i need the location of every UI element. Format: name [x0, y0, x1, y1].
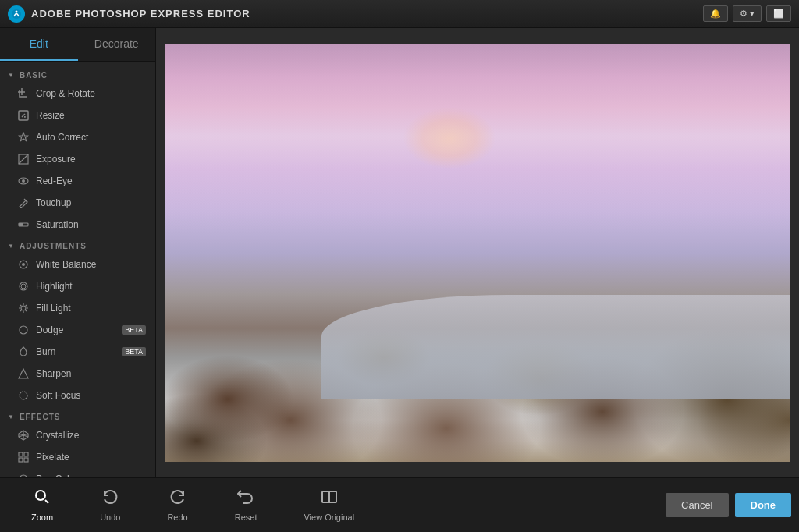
touchup-icon [17, 197, 30, 209]
red-eye-label: Red-Eye [36, 176, 146, 186]
title-bar-left: ADOBE PHOTOSHOP EXPRESS EDITOR [8, 5, 250, 23]
crystallize-icon [17, 429, 30, 442]
burn-icon [17, 346, 30, 358]
svg-point-21 [36, 491, 45, 500]
zoom-tool[interactable]: Zoom [8, 482, 76, 528]
undo-icon [101, 488, 119, 509]
undo-label: Undo [100, 512, 120, 522]
svg-rect-19 [24, 458, 28, 462]
basic-section-label: BASIC [20, 71, 48, 80]
burn-item[interactable]: Burn BETA [0, 341, 155, 363]
effects-section-header[interactable]: ▼ EFFECTS [0, 406, 155, 424]
dodge-item[interactable]: Dodge BETA [0, 319, 155, 341]
fill-light-label: Fill Light [36, 303, 146, 314]
dodge-icon [17, 324, 30, 336]
settings-button[interactable]: ⚙ ▾ [733, 5, 762, 22]
reset-tool[interactable]: Reset [211, 482, 281, 528]
basic-chevron-icon: ▼ [8, 72, 15, 79]
tab-bar: Edit Decorate [0, 28, 155, 62]
resize-icon [17, 109, 30, 122]
red-eye-item[interactable]: Red-Eye [0, 170, 155, 192]
soft-focus-item[interactable]: Soft Focus [0, 385, 155, 406]
crop-rotate-item[interactable]: Crop & Rotate [0, 83, 155, 105]
window-button[interactable]: ⬜ [766, 5, 791, 22]
app-logo [8, 5, 25, 23]
pop-color-item[interactable]: Pop Color [0, 468, 155, 477]
dodge-label: Dodge [36, 325, 115, 335]
crystallize-item[interactable]: Crystallize [0, 424, 155, 446]
crop-icon [17, 87, 30, 100]
done-button[interactable]: Done [735, 493, 792, 517]
adjustments-chevron-icon: ▼ [8, 243, 15, 250]
svg-rect-16 [19, 452, 23, 456]
highlight-icon [17, 280, 30, 293]
photo-canvas [165, 44, 790, 462]
svg-rect-18 [19, 458, 23, 462]
redo-icon [169, 488, 186, 509]
resize-label: Resize [36, 110, 146, 121]
cancel-button[interactable]: Cancel [666, 493, 728, 517]
dodge-beta-badge: BETA [122, 325, 146, 335]
white-balance-label: White Balance [36, 259, 146, 270]
burn-beta-badge: BETA [122, 347, 146, 356]
svg-point-5 [22, 179, 25, 183]
redo-label: Redo [167, 512, 187, 522]
view-original-label: View Original [304, 512, 354, 522]
soft-focus-label: Soft Focus [36, 390, 146, 401]
notifications-button[interactable]: 🔔 [703, 5, 728, 22]
white-balance-item[interactable]: White Balance [0, 254, 155, 275]
reset-icon [237, 488, 254, 509]
fill-light-item[interactable]: Fill Light [0, 297, 155, 319]
basic-section-header[interactable]: ▼ BASIC [0, 65, 155, 83]
title-bar-right: 🔔 ⚙ ▾ ⬜ [703, 5, 791, 22]
white-balance-icon [17, 258, 30, 271]
crystallize-label: Crystallize [36, 430, 146, 441]
decorate-tab[interactable]: Decorate [78, 28, 156, 61]
redo-tool[interactable]: Redo [144, 482, 211, 528]
view-original-tool[interactable]: View Original [280, 482, 378, 528]
adjustments-section-label: ADJUSTMENTS [20, 242, 87, 250]
zoom-label: Zoom [31, 512, 53, 522]
svg-point-12 [21, 306, 26, 310]
auto-correct-icon [17, 131, 30, 144]
pixelate-label: Pixelate [36, 452, 146, 463]
canvas-area [156, 28, 799, 477]
svg-point-14 [20, 392, 27, 399]
highlight-item[interactable]: Highlight [0, 275, 155, 297]
toolbar-tools: Zoom Undo Redo Reset [8, 482, 666, 528]
svg-point-9 [22, 263, 25, 266]
auto-correct-item[interactable]: Auto Correct [0, 126, 155, 148]
exposure-item[interactable]: Exposure [0, 148, 155, 170]
exposure-label: Exposure [36, 154, 146, 165]
svg-point-11 [21, 284, 26, 289]
view-original-icon [321, 488, 338, 509]
red-eye-icon [17, 175, 30, 187]
crop-rotate-label: Crop & Rotate [36, 88, 146, 99]
sidebar: Edit Decorate ▼ BASIC Crop & Rotate [0, 28, 156, 477]
bottom-toolbar: Zoom Undo Redo Reset [0, 477, 799, 532]
saturation-item[interactable]: Saturation [0, 214, 155, 236]
svg-rect-7 [19, 223, 23, 226]
pixelate-item[interactable]: Pixelate [0, 446, 155, 468]
resize-item[interactable]: Resize [0, 105, 155, 126]
sharpen-item[interactable]: Sharpen [0, 363, 155, 385]
edit-tab[interactable]: Edit [0, 28, 78, 61]
sky-overlay [165, 44, 790, 232]
effects-section-label: EFFECTS [20, 413, 61, 421]
reset-label: Reset [235, 512, 257, 522]
adjustments-section-header[interactable]: ▼ ADJUSTMENTS [0, 236, 155, 254]
content-area: Edit Decorate ▼ BASIC Crop & Rotate [0, 28, 799, 477]
saturation-icon [17, 218, 30, 231]
app-title: ADOBE PHOTOSHOP EXPRESS EDITOR [31, 8, 250, 20]
fill-light-icon [17, 302, 30, 314]
highlight-label: Highlight [36, 281, 146, 292]
title-bar: ADOBE PHOTOSHOP EXPRESS EDITOR 🔔 ⚙ ▾ ⬜ [0, 0, 799, 28]
touchup-item[interactable]: Touchup [0, 192, 155, 214]
water-overlay [321, 295, 790, 399]
sidebar-content: ▼ BASIC Crop & Rotate Resize [0, 62, 155, 477]
soft-focus-icon [17, 389, 30, 402]
main-layout: Edit Decorate ▼ BASIC Crop & Rotate [0, 28, 799, 532]
exposure-icon [17, 153, 30, 165]
toolbar-actions: Cancel Done [666, 493, 791, 517]
undo-tool[interactable]: Undo [76, 482, 144, 528]
